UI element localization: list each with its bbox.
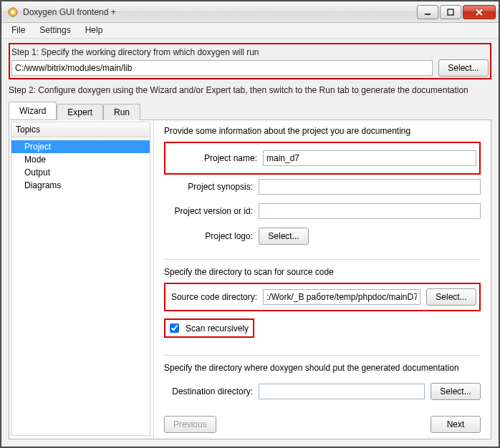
working-dir-input[interactable]: [11, 60, 433, 76]
divider-2: [164, 355, 481, 356]
tab-wizard[interactable]: Wizard: [9, 102, 57, 120]
scan-recursive-label[interactable]: Scan recursively: [186, 323, 249, 333]
menubar: File Settings Help: [1, 23, 499, 39]
tab-expert[interactable]: Expert: [57, 104, 103, 120]
step1-label: Step 1: Specify the working directory fr…: [11, 47, 489, 57]
window-title: Doxygen GUI frontend +: [23, 7, 415, 17]
close-button[interactable]: [463, 5, 496, 19]
dest-dir-label: Destination directory:: [164, 386, 259, 396]
project-name-highlight: Project name:: [164, 142, 481, 175]
step1-highlight: Step 1: Specify the working directory fr…: [9, 43, 491, 79]
topic-item-mode[interactable]: Mode: [11, 153, 150, 166]
form-pane: Provide some information about the proje…: [154, 120, 491, 439]
next-button[interactable]: Next: [431, 416, 481, 433]
project-name-label: Project name:: [168, 153, 263, 163]
maximize-button[interactable]: [440, 5, 461, 19]
topic-item-project[interactable]: Project: [11, 140, 150, 153]
source-dir-select-button[interactable]: Select...: [426, 288, 476, 306]
step2-label: Step 2: Configure doxygen using the Wiza…: [9, 85, 491, 95]
source-dir-highlight: Source code directory: Select...: [164, 283, 481, 311]
topic-item-diagrams[interactable]: Diagrams: [11, 179, 150, 192]
tabs: Wizard Expert Run: [9, 102, 491, 120]
topics-header: Topics: [11, 122, 150, 137]
project-version-input[interactable]: [259, 203, 481, 219]
project-synopsis-input[interactable]: [259, 179, 481, 195]
nav-buttons: Previous Next: [164, 409, 481, 433]
source-dir-label: Source code directory:: [168, 292, 263, 302]
app-icon: [7, 6, 19, 18]
previous-button[interactable]: Previous: [164, 416, 216, 433]
working-dir-select-button[interactable]: Select...: [438, 59, 489, 77]
topics-pane: Topics ProjectModeOutputDiagrams: [9, 120, 154, 439]
tab-run[interactable]: Run: [103, 104, 140, 120]
menu-settings[interactable]: Settings: [32, 23, 77, 38]
menu-file[interactable]: File: [4, 23, 32, 38]
client-area: Step 1: Specify the working directory fr…: [1, 39, 499, 447]
window-controls: [415, 5, 496, 19]
dest-section-label: Specify the directory where doxygen shou…: [164, 363, 481, 373]
topics-list: ProjectModeOutputDiagrams: [11, 137, 150, 436]
scan-recursive-highlight: Scan recursively: [164, 318, 254, 338]
titlebar: Doxygen GUI frontend +: [1, 1, 499, 23]
project-logo-label: Project logo:: [164, 231, 259, 241]
dest-dir-select-button[interactable]: Select...: [431, 383, 481, 400]
svg-rect-3: [448, 9, 453, 15]
project-name-input[interactable]: [263, 150, 476, 166]
scan-recursive-checkbox[interactable]: [170, 323, 179, 333]
project-synopsis-label: Project synopsis:: [164, 182, 259, 192]
svg-rect-2: [425, 14, 431, 15]
app-window: Doxygen GUI frontend + File Settings Hel…: [1, 1, 499, 447]
topic-item-output[interactable]: Output: [11, 166, 150, 179]
project-version-label: Project version or id:: [164, 206, 259, 216]
minimize-button[interactable]: [417, 5, 438, 19]
svg-rect-1: [11, 11, 14, 14]
tab-panel: Topics ProjectModeOutputDiagrams Provide…: [9, 120, 491, 439]
source-dir-input[interactable]: [263, 289, 420, 305]
source-section-label: Specify the directory to scan for source…: [164, 267, 481, 277]
dest-dir-input[interactable]: [259, 384, 425, 399]
project-intro: Provide some information about the proje…: [164, 126, 481, 136]
project-logo-select-button[interactable]: Select...: [259, 228, 309, 245]
divider-1: [164, 259, 481, 260]
menu-help[interactable]: Help: [78, 23, 110, 38]
